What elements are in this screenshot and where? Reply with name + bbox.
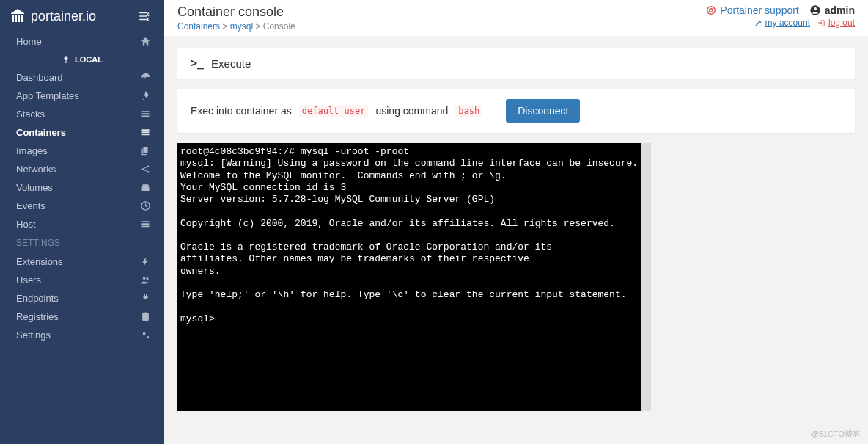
hdd-icon xyxy=(140,182,151,193)
breadcrumb-containers[interactable]: Containers xyxy=(177,21,220,32)
exec-mid-text: using command xyxy=(375,105,448,117)
sidebar-item-containers[interactable]: Containers xyxy=(0,123,164,142)
sidebar-item-endpoints[interactable]: Endpoints xyxy=(0,289,164,307)
sidebar: portainer.io Home LOCAL Dashboard App Te… xyxy=(0,0,164,444)
disconnect-button[interactable]: Disconnect xyxy=(506,99,580,123)
logout-link[interactable]: log out xyxy=(817,18,855,28)
sidebar-item-label: Images xyxy=(16,145,48,156)
sidebar-item-label: Settings xyxy=(16,330,51,341)
execute-panel-title: Execute xyxy=(211,57,251,70)
exec-user-badge: default user xyxy=(299,105,369,117)
breadcrumb-current: Console xyxy=(263,21,295,32)
exec-command-badge: bash xyxy=(455,105,482,117)
sidebar-item-label: Registries xyxy=(16,311,59,322)
settings-section-header: SETTINGS xyxy=(0,233,164,252)
svg-point-3 xyxy=(143,277,146,280)
sidebar-item-events[interactable]: Events xyxy=(0,197,164,215)
sidebar-logo[interactable]: portainer.io xyxy=(0,0,164,32)
sidebar-item-label: Users xyxy=(16,274,41,285)
svg-point-7 xyxy=(147,336,149,338)
portainer-logo-icon xyxy=(9,7,26,25)
my-account-link[interactable]: my account xyxy=(754,18,810,28)
home-icon xyxy=(140,36,151,47)
sidebar-item-label: Dashboard xyxy=(16,72,63,83)
sidebar-item-users[interactable]: Users xyxy=(0,271,164,289)
svg-point-8 xyxy=(707,7,716,15)
cogs-icon xyxy=(140,330,151,341)
sidebar-item-settings[interactable]: Settings xyxy=(0,326,164,344)
list-icon xyxy=(140,219,151,230)
exec-pre-text: Exec into container as xyxy=(191,105,292,117)
sidebar-item-host[interactable]: Host xyxy=(0,215,164,233)
users-icon xyxy=(140,274,151,285)
watermark: @51CTO博客 xyxy=(811,429,861,440)
sidebar-item-label: Stacks xyxy=(16,109,45,120)
topbar: Container console Containers > mysql > C… xyxy=(164,0,868,36)
sidebar-item-label: Networks xyxy=(16,164,56,175)
svg-point-4 xyxy=(146,277,148,280)
sign-out-icon xyxy=(817,19,825,27)
terminal-output[interactable]: root@4c08c3bc9f94:/# mysql -uroot -proot… xyxy=(177,143,641,411)
exec-info-panel: Exec into container as default user usin… xyxy=(177,89,855,133)
endpoint-divider: LOCAL xyxy=(0,51,164,68)
sidebar-item-volumes[interactable]: Volumes xyxy=(0,178,164,197)
share-icon xyxy=(140,164,151,175)
page-title: Container console xyxy=(177,4,295,20)
sidebar-item-label: App Templates xyxy=(16,90,79,101)
main-content: Container console Containers > mysql > C… xyxy=(164,0,868,444)
svg-point-9 xyxy=(710,9,713,12)
sidebar-item-label: Volumes xyxy=(16,182,53,193)
life-ring-icon xyxy=(706,5,716,15)
sidebar-item-dashboard[interactable]: Dashboard xyxy=(0,68,164,87)
prompt-icon: >_ xyxy=(191,57,204,70)
sidebar-toggle-icon[interactable] xyxy=(138,10,151,23)
execute-panel: >_ Execute xyxy=(177,48,855,79)
sidebar-item-label: Containers xyxy=(16,127,66,138)
support-link[interactable]: Portainer support xyxy=(706,4,798,16)
bolt-icon xyxy=(140,256,151,267)
list-icon xyxy=(140,109,151,120)
plug-icon xyxy=(62,55,70,64)
sidebar-item-app-templates[interactable]: App Templates xyxy=(0,87,164,105)
breadcrumb: Containers > mysql > Console xyxy=(177,21,295,32)
sidebar-item-label: Home xyxy=(16,36,42,47)
user-circle-icon xyxy=(809,4,821,16)
admin-user[interactable]: admin xyxy=(809,4,855,16)
sidebar-item-networks[interactable]: Networks xyxy=(0,160,164,178)
svg-point-2 xyxy=(147,171,150,173)
wrench-icon xyxy=(754,19,762,27)
sidebar-item-label: Extensions xyxy=(16,256,63,267)
sidebar-item-images[interactable]: Images xyxy=(0,142,164,160)
database-icon xyxy=(140,311,151,322)
rocket-icon xyxy=(140,90,151,101)
history-icon xyxy=(140,200,151,211)
svg-point-1 xyxy=(147,166,150,168)
sidebar-item-registries[interactable]: Registries xyxy=(0,307,164,326)
brand-name: portainer.io xyxy=(31,9,96,24)
svg-point-6 xyxy=(143,332,146,335)
sidebar-item-extensions[interactable]: Extensions xyxy=(0,252,164,271)
sidebar-item-label: Endpoints xyxy=(16,293,59,304)
sidebar-item-home[interactable]: Home xyxy=(0,32,164,51)
breadcrumb-container-name[interactable]: mysql xyxy=(230,21,253,32)
copy-icon xyxy=(140,145,151,156)
terminal-scrollbar[interactable] xyxy=(641,143,651,411)
box-icon xyxy=(140,127,151,138)
sidebar-item-stacks[interactable]: Stacks xyxy=(0,105,164,123)
svg-point-11 xyxy=(814,7,817,10)
sidebar-item-label: Events xyxy=(16,200,45,211)
sidebar-item-label: Host xyxy=(16,219,36,230)
dashboard-icon xyxy=(140,72,151,83)
plug-icon xyxy=(140,293,151,304)
